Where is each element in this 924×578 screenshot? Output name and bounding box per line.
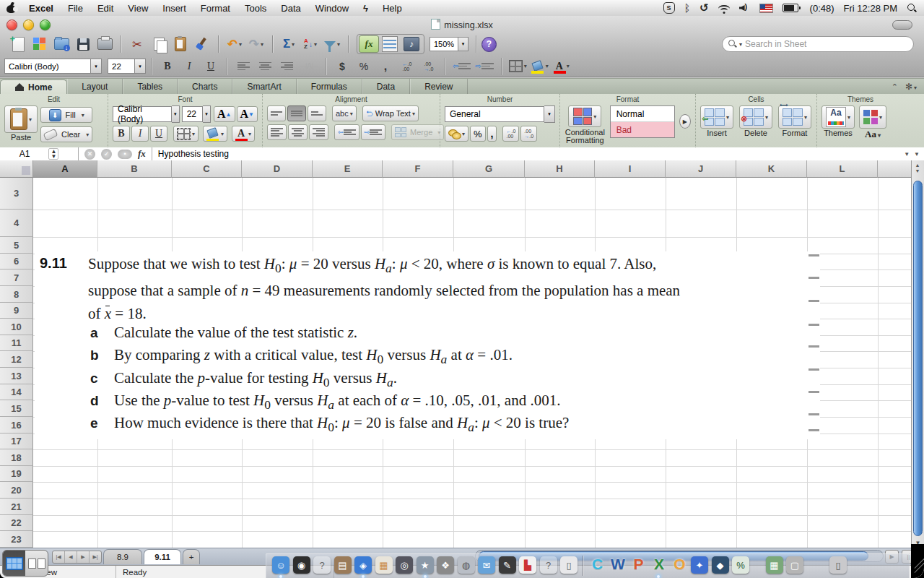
column-header-B[interactable]: B [97, 160, 172, 178]
dock-icon-powerpoint[interactable]: P [629, 555, 648, 574]
row-header-13[interactable]: 13 [0, 368, 33, 384]
align-left-button[interactable] [235, 58, 252, 75]
vertical-scrollbar[interactable]: ▲▼ ▼ [911, 160, 924, 548]
confirm-entry-button[interactable]: ✓ [101, 149, 112, 160]
row-header-5[interactable]: 5 [0, 237, 33, 254]
column-header-F[interactable]: F [383, 160, 453, 178]
ribbon-font-name-select[interactable]: Calibri (Body) [113, 106, 172, 122]
column-header-D[interactable]: D [242, 160, 313, 178]
new-workbook-button[interactable] [9, 35, 27, 53]
name-box[interactable]: A1 ▲▼ [0, 147, 79, 160]
zoom-control[interactable]: 150% ▾ [430, 37, 468, 51]
column-header-G[interactable]: G [453, 160, 525, 178]
number-format-select[interactable]: General [445, 106, 544, 122]
column-header-C[interactable]: C [172, 160, 242, 178]
tab-data[interactable]: Data [362, 79, 410, 95]
zoom-value[interactable]: 150% [430, 37, 458, 51]
fx-label[interactable]: fx [138, 148, 146, 160]
underline-button[interactable]: U [202, 58, 219, 75]
tab-review[interactable]: Review [410, 79, 468, 95]
row-header-15[interactable]: 15 [0, 400, 33, 417]
sheet-tab-9.11[interactable]: 9.11 [144, 549, 181, 564]
percent-button[interactable]: % [355, 58, 372, 75]
style-bad[interactable]: Bad [611, 121, 674, 137]
increase-indent-button[interactable]: ⇨ [475, 58, 493, 75]
cancel-entry-button[interactable]: ✕ [84, 149, 95, 160]
menu-clock[interactable]: Fri 12:28 PM [844, 3, 897, 14]
decrease-indent-button[interactable]: ⇦ [453, 58, 471, 75]
dock-icon-excel[interactable]: X [650, 555, 668, 574]
cut-button[interactable]: ✂ [128, 35, 146, 53]
merge-center-button[interactable]: ⊣A⊢ [300, 58, 318, 75]
name-box-stepper-icon[interactable]: ▲▼ [48, 148, 58, 160]
filter-button[interactable]: ▾ [323, 35, 341, 53]
row-header-14[interactable]: 14 [0, 384, 33, 400]
open-button[interactable] [53, 35, 70, 53]
font-color-button[interactable]: A▾ [553, 58, 570, 75]
sort-button[interactable]: AZ ↓▾ [302, 35, 319, 53]
delete-cells-button[interactable]: ⊗▾ [739, 105, 772, 129]
zoom-dropdown-icon[interactable]: ▾ [458, 37, 468, 51]
font-size-dropdown-icon[interactable]: ▾ [135, 59, 146, 74]
row-header-12[interactable]: 12 [0, 351, 33, 368]
theme-fonts-button[interactable]: Aa▾ [859, 129, 886, 140]
wrap-text-button[interactable]: ⮌ Wrap Text▾ [362, 105, 419, 121]
align-middle-button[interactable] [287, 105, 306, 121]
ribbon-borders-button[interactable]: ▾ [173, 126, 199, 142]
currency-format-button[interactable]: ▾ [445, 126, 468, 142]
currency-button[interactable]: $ [334, 58, 351, 75]
save-button[interactable] [74, 35, 92, 53]
row-header-6[interactable]: 6 [0, 254, 33, 269]
title-bar[interactable]: missing.xlsx [0, 16, 924, 33]
paste-button[interactable]: ▾ [4, 105, 38, 133]
ribbon-font-size-select[interactable]: 22 [182, 106, 204, 122]
row-header-4[interactable]: 4 [0, 210, 33, 237]
column-header-L[interactable]: L [807, 160, 878, 178]
dock-icon-dvd-player[interactable]: ◍ [458, 556, 475, 574]
ribbon-underline-button[interactable]: U [150, 126, 167, 142]
themes-button[interactable]: Aa▾ [821, 105, 855, 129]
clear-button[interactable]: Clear▾ [40, 126, 92, 142]
number-format-dd[interactable]: ▾ [544, 105, 555, 123]
row-header-9[interactable]: 9 [0, 303, 33, 319]
row-header-21[interactable]: 21 [0, 499, 33, 515]
dock-icon-outlook[interactable]: O [671, 555, 689, 574]
tab-layout[interactable]: Layout [67, 79, 123, 95]
next-sheet-button[interactable]: ▶ [77, 551, 90, 563]
fill-button[interactable]: ⬇ Fill▾ [40, 107, 92, 123]
dock-icon-percent-app[interactable]: % [732, 556, 749, 574]
formula-bar-dropdown-icon[interactable]: ▼ [904, 151, 910, 158]
ribbon-fill-color-button[interactable]: ▾ [203, 126, 227, 142]
ribbon-font-name-dd[interactable]: ▾ [172, 105, 180, 123]
media-browser-button[interactable]: ♪ [403, 35, 420, 53]
row-header-17[interactable]: 17 [0, 434, 33, 449]
dock-icon-word[interactable]: W [609, 555, 627, 574]
row-header-7[interactable]: 7 [0, 269, 33, 286]
shrink-font-button[interactable]: A▼ [237, 106, 258, 122]
dock-icon-trash[interactable]: ▯ [829, 556, 847, 574]
grow-font-button[interactable]: A▲ [214, 106, 235, 122]
insert-cells-button[interactable]: ⇦▾ [700, 105, 733, 129]
row-header-19[interactable]: 19 [0, 466, 33, 482]
italic-button[interactable]: I [180, 58, 198, 75]
ribbon-increase-decimal-button[interactable]: ←.0.00 [502, 126, 519, 142]
spreadsheet-grid[interactable]: ABCDEFGHIJKL 345678910111213141516171819… [0, 160, 924, 548]
percent-format-button[interactable]: % [470, 126, 486, 142]
vertical-scroll-thumb[interactable] [913, 181, 923, 536]
increase-decimal-button[interactable]: ←.0.00 [398, 58, 416, 75]
menu-insert[interactable]: Insert [155, 0, 193, 16]
column-header-K[interactable]: K [736, 160, 807, 178]
column-header-E[interactable]: E [313, 160, 383, 178]
last-sheet-button[interactable]: ▶| [90, 551, 101, 563]
formula-bar-corner-icon[interactable]: ▼ [914, 151, 920, 158]
ribbon-bold-button[interactable]: B [113, 126, 130, 142]
copy-button[interactable] [150, 35, 167, 53]
dock-icon-stickies[interactable]: ▢ [786, 556, 803, 574]
battery-icon[interactable] [783, 4, 801, 12]
time-machine-icon[interactable]: ↺ [699, 1, 709, 14]
row-header-18[interactable]: 18 [0, 449, 33, 466]
volume-icon[interactable] [739, 4, 750, 12]
menu-excel[interactable]: Excel [22, 0, 61, 16]
row-header-20[interactable]: 20 [0, 482, 33, 499]
styles-expand-button[interactable]: ▶ [679, 114, 691, 129]
